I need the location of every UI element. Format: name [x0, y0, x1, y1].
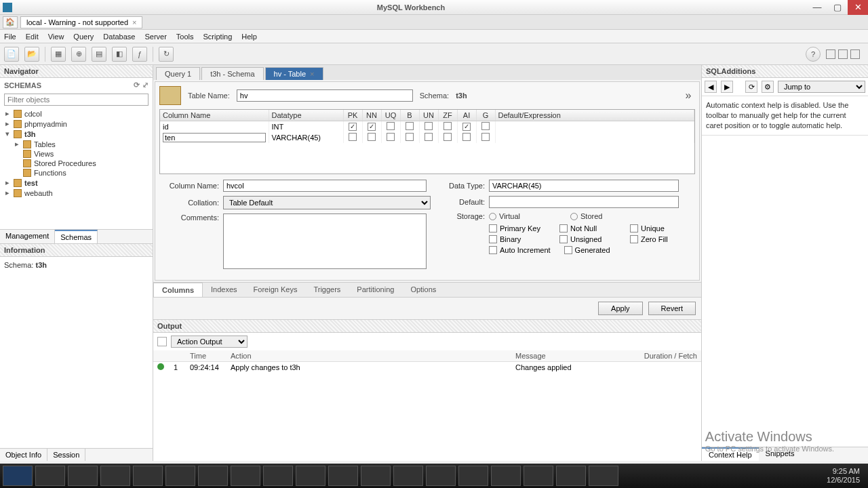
column-row-id[interactable]: idINT: [160, 121, 694, 133]
column-row-ten[interactable]: tenVARCHAR(45): [160, 132, 694, 143]
reconnect-icon[interactable]: ↻: [159, 47, 174, 62]
home-icon[interactable]: 🏠: [3, 16, 18, 28]
menu-tools[interactable]: Tools: [176, 33, 194, 41]
schemas-tab[interactable]: Schemas: [55, 230, 98, 243]
menu-help[interactable]: Help: [241, 33, 257, 41]
tab-partitioning[interactable]: Partitioning: [349, 283, 402, 297]
management-tab[interactable]: Management: [0, 230, 55, 243]
tree-tables[interactable]: Tables: [34, 140, 56, 148]
filter-objects-input[interactable]: [4, 94, 149, 106]
primary-key-checkbox[interactable]: Primary Key: [489, 224, 546, 232]
taskbar-item[interactable]: [393, 466, 423, 486]
collation-select[interactable]: Table Default: [223, 196, 431, 209]
menu-view[interactable]: View: [48, 33, 64, 41]
taskbar-item[interactable]: [231, 466, 260, 486]
refresh-help-icon[interactable]: ⟳: [745, 81, 757, 93]
help-toolbar-icon[interactable]: ?: [806, 47, 821, 62]
tree-sprocs[interactable]: Stored Procedures: [34, 159, 96, 167]
system-clock[interactable]: 9:25 AM 12/6/2015: [827, 467, 865, 485]
add-view-icon[interactable]: ◧: [112, 47, 127, 62]
not-null-checkbox[interactable]: Not Null: [559, 224, 616, 232]
close-button[interactable]: ✕: [848, 0, 868, 15]
toggle-output-icon[interactable]: [838, 49, 848, 59]
add-schema-icon[interactable]: ⊕: [71, 47, 86, 62]
taskbar-item[interactable]: [491, 466, 521, 486]
zero-fill-checkbox[interactable]: Zero Fill: [630, 235, 687, 243]
tab-triggers[interactable]: Triggers: [305, 283, 349, 297]
taskbar-item[interactable]: [589, 466, 618, 486]
tab-options[interactable]: Options: [402, 283, 444, 297]
auto-increment-checkbox[interactable]: Auto Increment: [489, 246, 551, 254]
nav-back-icon[interactable]: ◀: [705, 81, 717, 93]
tree-functions[interactable]: Functions: [34, 169, 66, 177]
refresh-schemas-icon[interactable]: ⟳: [134, 81, 140, 89]
taskbar-item[interactable]: [458, 466, 488, 486]
taskbar-item[interactable]: [524, 466, 553, 486]
tab-query1[interactable]: Query 1: [156, 67, 200, 80]
schema-webauth[interactable]: webauth: [24, 189, 53, 197]
add-routine-icon[interactable]: ƒ: [132, 47, 147, 62]
virtual-radio[interactable]: Virtual: [489, 212, 546, 220]
start-button[interactable]: [3, 466, 33, 486]
object-info-tab[interactable]: Object Info: [0, 449, 47, 461]
jump-to-select[interactable]: Jump to: [778, 81, 865, 93]
schema-t3h[interactable]: t3h: [24, 130, 36, 138]
taskbar-item[interactable]: [198, 466, 228, 486]
close-tab-icon[interactable]: ×: [132, 18, 136, 26]
tab-foreign-keys[interactable]: Foreign Keys: [245, 283, 306, 297]
revert-button[interactable]: Revert: [648, 302, 696, 315]
menu-file[interactable]: File: [4, 33, 16, 41]
maximize-button[interactable]: ▢: [827, 0, 848, 15]
new-sql-tab-icon[interactable]: 📄: [4, 47, 19, 62]
menu-edit[interactable]: Edit: [26, 33, 39, 41]
table-name-input[interactable]: [237, 89, 413, 102]
tree-views[interactable]: Views: [34, 150, 54, 158]
add-table-icon[interactable]: ▤: [92, 47, 106, 62]
taskbar-item[interactable]: [361, 466, 391, 486]
tab-indexes[interactable]: Indexes: [203, 283, 245, 297]
schema-cdcol[interactable]: cdcol: [24, 110, 42, 118]
open-sql-icon[interactable]: 📂: [24, 47, 39, 62]
column-name-input[interactable]: [223, 180, 427, 192]
new-model-icon[interactable]: ▦: [51, 47, 66, 62]
unsigned-checkbox[interactable]: Unsigned: [559, 235, 616, 243]
output-type-select[interactable]: Action Output: [171, 336, 248, 348]
generated-checkbox[interactable]: Generated: [564, 246, 621, 254]
taskbar-item[interactable]: [165, 466, 195, 486]
taskbar-item[interactable]: [328, 466, 358, 486]
close-editor-tab-icon[interactable]: ×: [310, 70, 314, 78]
schema-tree[interactable]: ▸cdcol ▸phpmyadmin ▾t3h ▸Tables Views St…: [0, 107, 153, 229]
schema-phpmyadmin[interactable]: phpmyadmin: [24, 120, 67, 128]
comments-textarea[interactable]: [223, 214, 427, 269]
taskbar-item[interactable]: [35, 466, 65, 486]
menu-database[interactable]: Database: [103, 33, 135, 41]
expand-chevron-icon[interactable]: »: [682, 89, 695, 102]
toggle-sidebar-icon[interactable]: [826, 49, 835, 59]
binary-checkbox[interactable]: Binary: [489, 235, 546, 243]
menu-query[interactable]: Query: [73, 33, 94, 41]
menu-scripting[interactable]: Scripting: [203, 33, 233, 41]
taskbar-item[interactable]: [68, 466, 98, 486]
datatype-input[interactable]: [489, 180, 679, 192]
apply-button[interactable]: Apply: [598, 302, 643, 315]
default-input[interactable]: [489, 196, 679, 208]
expand-schemas-icon[interactable]: ⤢: [142, 81, 149, 89]
minimize-button[interactable]: —: [807, 0, 827, 15]
session-tab[interactable]: Session: [47, 449, 85, 461]
taskbar-item[interactable]: [133, 466, 163, 486]
menu-server[interactable]: Server: [144, 33, 166, 41]
output-row[interactable]: 1 09:24:14 Apply changes to t3h Changes …: [153, 362, 701, 373]
auto-help-icon[interactable]: ⚙: [762, 81, 774, 93]
taskbar-item[interactable]: [100, 466, 130, 486]
nav-forward-icon[interactable]: ▶: [721, 81, 733, 93]
tab-columns[interactable]: Columns: [153, 283, 203, 297]
connection-tab[interactable]: local - Warning - not supported ×: [20, 16, 142, 28]
taskbar-item[interactable]: [426, 466, 456, 486]
taskbar-item[interactable]: [556, 466, 586, 486]
columns-grid[interactable]: Column Name Datatype PK NN UQ B UN ZF AI…: [159, 109, 695, 174]
taskbar-item[interactable]: [296, 466, 326, 486]
taskbar[interactable]: 9:25 AM 12/6/2015: [0, 464, 868, 488]
unique-checkbox[interactable]: Unique: [630, 224, 687, 232]
toggle-help-icon[interactable]: [850, 49, 860, 59]
schema-test[interactable]: test: [24, 179, 38, 187]
